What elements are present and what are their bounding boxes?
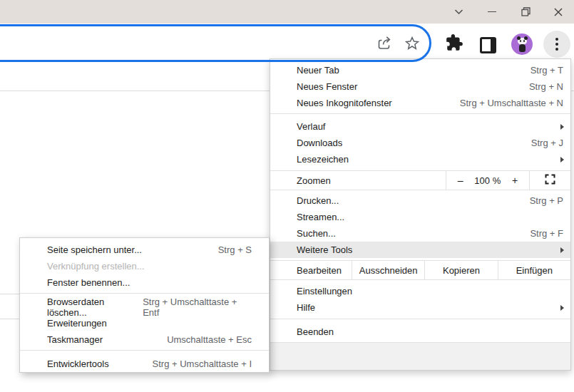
menu-item-downloads[interactable]: Downloads Strg + J	[270, 135, 570, 151]
submenu-arrow-icon	[560, 124, 564, 130]
avatar-image-detail	[519, 44, 526, 52]
page-content-line	[0, 294, 20, 294]
close-icon	[554, 8, 563, 16]
menu-item-label: Entwicklertools	[47, 359, 109, 369]
copy-button[interactable]: Kopieren	[424, 261, 497, 279]
minimize-button[interactable]	[476, 0, 508, 24]
menu-item-label: Suchen...	[297, 228, 336, 239]
menu-item-label: Browserdaten löschen...	[47, 296, 143, 318]
zoom-label: Zoomen	[270, 171, 446, 190]
menu-divider	[270, 319, 570, 319]
browser-menu-button[interactable]	[543, 31, 570, 58]
edit-label: Bearbeiten	[270, 261, 352, 279]
menu-item-label: Neuer Tab	[297, 65, 339, 76]
menu-item-new-window[interactable]: Neues Fenster Strg + N	[270, 78, 570, 95]
avatar-image-detail	[524, 36, 528, 40]
zoom-in-button[interactable]: +	[512, 175, 518, 185]
menu-item-label: Hilfe	[297, 302, 315, 313]
zoom-out-button[interactable]: –	[458, 175, 463, 185]
paste-button[interactable]: Einfügen	[498, 261, 570, 279]
menu-item-label: Fenster benennen...	[47, 277, 130, 288]
menu-item-label: Neues Inkognitofenster	[297, 98, 392, 108]
menu-item-label: Beenden	[297, 326, 334, 337]
menu-item-label: Lesezeichen	[297, 154, 349, 165]
side-panel-button[interactable]	[478, 36, 497, 54]
submenu-arrow-icon	[560, 247, 564, 253]
page-content-line	[0, 319, 20, 319]
menu-item-shortcut: Strg + N	[529, 81, 563, 92]
menu-item-shortcut: Strg + J	[531, 138, 563, 148]
menu-item-shortcut: Strg + P	[530, 195, 563, 206]
submenu-item-name-window[interactable]: Fenster benennen...	[20, 274, 269, 291]
menu-item-history[interactable]: Verlauf	[270, 118, 570, 135]
menu-item-cast[interactable]: Streamen...	[270, 209, 570, 225]
submenu-item-extensions[interactable]: Erweiterungen	[20, 315, 269, 331]
menu-item-edit: Bearbeiten Ausschneiden Kopieren Einfüge…	[270, 260, 570, 280]
menu-divider	[20, 350, 269, 351]
fullscreen-button[interactable]	[529, 171, 570, 190]
menu-item-print[interactable]: Drucken... Strg + P	[270, 192, 570, 209]
menu-item-exit[interactable]: Beenden	[270, 322, 570, 341]
menu-item-settings[interactable]: Einstellungen	[270, 283, 570, 299]
address-bar[interactable]	[0, 24, 431, 62]
zoom-level: 100 %	[474, 175, 501, 186]
menu-item-label: Einstellungen	[297, 286, 352, 296]
menu-item-label: Verknüpfung erstellen...	[47, 261, 145, 272]
menu-item-label: Verlauf	[297, 121, 325, 132]
menu-item-shortcut: Strg + F	[530, 228, 563, 239]
menu-item-label: Weitere Tools	[297, 244, 352, 255]
menu-item-shortcut: Strg + Umschalttaste + Entf	[143, 296, 252, 318]
cut-button[interactable]: Ausschneiden	[352, 261, 424, 279]
fullscreen-icon	[545, 174, 555, 187]
three-dots-icon	[555, 43, 558, 46]
menu-item-new-tab[interactable]: Neuer Tab Strg + T	[270, 62, 570, 78]
submenu-item-save-page[interactable]: Seite speichern unter... Strg + S	[20, 242, 269, 258]
menu-item-shortcut: Strg + Umschalttaste + N	[460, 98, 563, 108]
menu-item-label: Downloads	[297, 138, 342, 148]
three-dots-icon	[555, 48, 558, 51]
menu-divider	[270, 113, 570, 114]
more-tools-submenu: Seite speichern unter... Strg + S Verknü…	[19, 237, 270, 373]
three-dots-icon	[555, 38, 558, 41]
submenu-item-clear-browsing-data[interactable]: Browserdaten löschen... Strg + Umschaltt…	[20, 299, 269, 315]
restore-button[interactable]	[509, 0, 542, 24]
puzzle-icon	[445, 33, 463, 55]
menu-item-shortcut: Strg + S	[218, 244, 252, 255]
browser-window: Neuer Tab Strg + T Neues Fenster Strg + …	[0, 0, 574, 392]
submenu-item-developer-tools[interactable]: Entwicklertools Strg + Umschalttaste + I	[20, 356, 269, 372]
menu-item-label: Neues Fenster	[297, 81, 357, 92]
bookmark-button[interactable]	[403, 36, 421, 54]
profile-avatar[interactable]	[511, 33, 533, 55]
menu-divider	[20, 293, 269, 294]
menu-item-shortcut: Strg + T	[531, 65, 563, 76]
menu-item-find[interactable]: Suchen... Strg + F	[270, 225, 570, 242]
chevron-down-icon	[454, 9, 463, 15]
submenu-item-create-shortcut: Verknüpfung erstellen...	[20, 258, 269, 274]
menu-item-zoom: Zoomen – 100 % +	[270, 170, 570, 190]
minimize-icon	[488, 11, 496, 13]
tab-search-button[interactable]	[442, 0, 475, 24]
close-button[interactable]	[542, 0, 574, 24]
avatar-image-detail	[520, 40, 521, 42]
side-panel-icon	[480, 37, 496, 53]
menu-item-label: Taskmanager	[47, 334, 103, 345]
menu-item-label: Drucken...	[297, 195, 339, 206]
avatar-image-detail	[523, 40, 525, 42]
menu-item-label: Erweiterungen	[47, 318, 107, 329]
star-icon	[404, 35, 421, 55]
menu-item-more-tools[interactable]: Weitere Tools	[270, 242, 570, 258]
menu-footer	[270, 342, 570, 370]
submenu-arrow-icon	[560, 157, 564, 163]
share-button[interactable]	[375, 36, 394, 54]
menu-item-label: Seite speichern unter...	[47, 244, 142, 255]
zoom-controls: – 100 % +	[446, 171, 529, 190]
menu-item-shortcut: Umschalttaste + Esc	[167, 334, 252, 345]
submenu-item-task-manager[interactable]: Taskmanager Umschalttaste + Esc	[20, 331, 269, 348]
menu-item-shortcut: Strg + Umschalttaste + I	[153, 359, 252, 369]
menu-item-new-incognito-window[interactable]: Neues Inkognitofenster Strg + Umschaltta…	[270, 95, 570, 111]
menu-item-label: Streamen...	[297, 212, 344, 222]
extensions-button[interactable]	[445, 35, 463, 53]
menu-item-bookmarks[interactable]: Lesezeichen	[270, 151, 570, 167]
menu-item-help[interactable]: Hilfe	[270, 299, 570, 316]
browser-menu: Neuer Tab Strg + T Neues Fenster Strg + …	[270, 58, 571, 371]
